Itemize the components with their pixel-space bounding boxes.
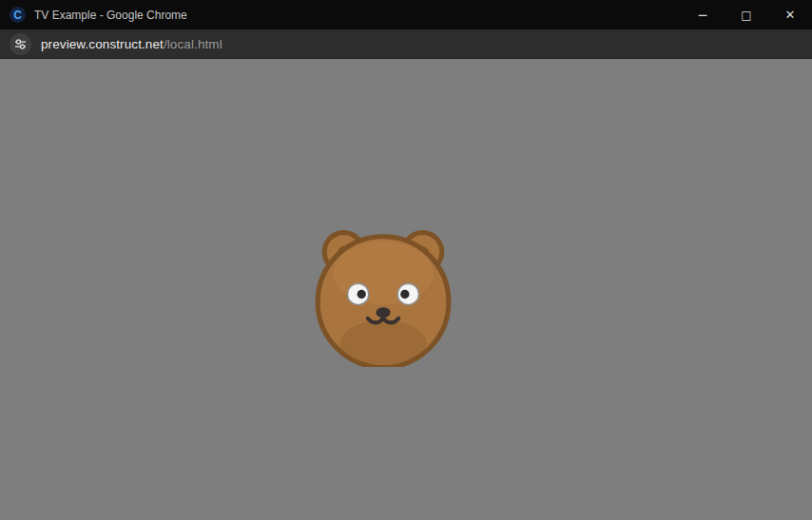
minimize-button[interactable]: ─: [681, 0, 725, 29]
address-bar: preview.construct.net/local.html: [0, 29, 812, 59]
browser-window: C TV Example - Google Chrome ─ □ ✕ previ…: [0, 0, 812, 520]
window-title: TV Example - Google Chrome: [34, 9, 187, 22]
content-canvas[interactable]: [0, 59, 812, 520]
tune-icon[interactable]: [10, 33, 31, 55]
url-path: /local.html: [164, 37, 222, 51]
url-text[interactable]: preview.construct.net/local.html: [41, 37, 222, 51]
close-button[interactable]: ✕: [768, 0, 812, 29]
titlebar: C TV Example - Google Chrome ─ □ ✕: [0, 0, 812, 29]
tune-icon-glyph: [14, 38, 27, 50]
window-controls: ─ □ ✕: [681, 0, 812, 29]
maximize-button[interactable]: □: [725, 0, 768, 29]
url-host: preview.construct.net: [41, 37, 164, 51]
bear-face-sprite: [311, 226, 455, 367]
construct-logo-icon: C: [10, 7, 26, 23]
